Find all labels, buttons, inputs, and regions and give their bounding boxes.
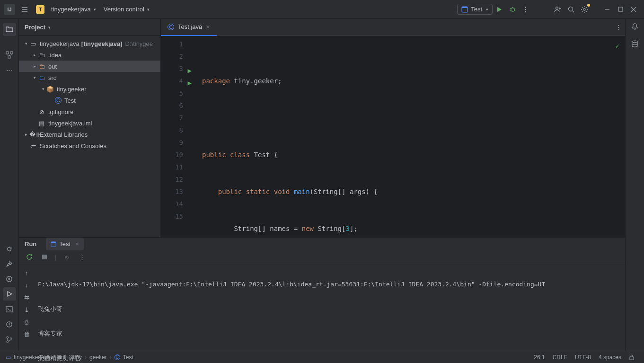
- editor-tab[interactable]: C Test.java ×: [161, 19, 217, 36]
- tree-root[interactable]: ▾ ▭ tinygeekerjava [tinygeekjava] D:\tin…: [19, 38, 160, 49]
- debug-tool-button[interactable]: [3, 242, 16, 255]
- ellipsis-icon: ⋯: [6, 67, 12, 74]
- stop-button[interactable]: [38, 250, 51, 264]
- kebab-icon: ⋮: [79, 254, 85, 261]
- run-tool-button[interactable]: [3, 287, 16, 301]
- breadcrumb-item[interactable]: geeker: [89, 354, 107, 361]
- services-tool-button[interactable]: [3, 272, 16, 285]
- project-tool-button[interactable]: [3, 23, 16, 36]
- close-window-button[interactable]: [627, 3, 640, 16]
- chevron-down-icon[interactable]: ▾: [48, 25, 51, 30]
- close-icon: [631, 7, 636, 12]
- more-actions-button[interactable]: [519, 3, 532, 16]
- caret-position[interactable]: 26:1: [530, 354, 548, 361]
- person-add-icon: [554, 6, 562, 13]
- vcs-menu[interactable]: Version control ▾: [100, 4, 153, 15]
- scroll-down-button[interactable]: ↓: [21, 279, 32, 291]
- console-line: 飞兔小哥: [38, 303, 621, 315]
- database-icon: [631, 40, 638, 47]
- console-line: 博客专家: [38, 328, 621, 340]
- titlebar: IJ T tinygeekerjava ▾ Version control ▾ …: [0, 0, 644, 19]
- problems-tool-button[interactable]: [3, 318, 16, 331]
- project-selector[interactable]: tinygeekerjava ▾: [47, 4, 100, 15]
- svg-rect-10: [6, 52, 9, 54]
- search-button[interactable]: [565, 3, 578, 16]
- readonly-toggle[interactable]: [625, 354, 638, 360]
- class-icon: C: [55, 97, 62, 104]
- minimize-button[interactable]: [600, 3, 614, 16]
- maximize-button[interactable]: [614, 3, 627, 16]
- breadcrumb-item[interactable]: Test: [123, 354, 133, 361]
- tree-item-external-libs[interactable]: ▸ �⊪ External Libraries: [19, 129, 160, 140]
- tree-item-class[interactable]: C Test: [19, 95, 160, 106]
- console-output[interactable]: F:\Java\jdk-17\bin\java.exe "-javaagent:…: [34, 264, 625, 363]
- ide-logo-icon: IJ: [4, 4, 15, 15]
- console-options-button[interactable]: ⋮: [75, 250, 88, 264]
- run-tab[interactable]: Test ×: [46, 238, 83, 250]
- code-editor[interactable]: 1 2 3▶ 4▶ 5 6 7 8 9 10 11 12 13 14: [161, 36, 625, 237]
- run-gutter-icon[interactable]: ▶: [188, 77, 192, 89]
- tab-options-button[interactable]: ⋮: [612, 21, 625, 34]
- tree-label: .idea: [48, 52, 62, 59]
- project-tree[interactable]: ▾ ▭ tinygeekerjava [tinygeekjava] D:\tin…: [19, 36, 160, 237]
- svg-point-5: [525, 10, 526, 11]
- breadcrumb-item[interactable]: tiny: [73, 354, 82, 361]
- chevron-down-icon: ▾: [23, 41, 29, 46]
- run-config-selector[interactable]: Test ▾: [457, 4, 493, 15]
- breadcrumb-item[interactable]: src: [58, 354, 65, 361]
- svg-point-2: [511, 8, 514, 12]
- run-gutter-icon[interactable]: ▶: [188, 64, 192, 77]
- library-icon: �⊪: [29, 131, 37, 138]
- line-number: 9: [161, 136, 183, 149]
- tree-label: .gitignore: [48, 108, 73, 115]
- structure-tool-button[interactable]: [3, 48, 16, 62]
- notifications-button[interactable]: [631, 23, 638, 30]
- git-tool-button[interactable]: [3, 333, 16, 346]
- rerun-button[interactable]: [23, 250, 36, 264]
- scroll-up-button[interactable]: ↑: [21, 267, 32, 278]
- breadcrumb-item[interactable]: tinygeekerjava: [14, 354, 50, 361]
- console-side-toolbar: ↑ ↓ ⇆ ⤓ ⎙ 🗑: [19, 264, 34, 363]
- build-tool-button[interactable]: [3, 257, 16, 270]
- code-content[interactable]: ✓ package tiny.geeker; public class Test…: [200, 36, 625, 237]
- left-tool-strip: ⋯: [0, 19, 19, 351]
- run-button[interactable]: [493, 3, 506, 16]
- indent-setting[interactable]: 4 spaces: [595, 354, 625, 361]
- warning-icon: [6, 321, 13, 328]
- exit-code-button[interactable]: ⎋: [60, 250, 73, 264]
- tree-item-package[interactable]: ▾ 📦 tiny.geeker: [19, 83, 160, 95]
- clear-button[interactable]: 🗑: [21, 328, 32, 340]
- print-button[interactable]: ⎙: [21, 316, 32, 328]
- svg-point-4: [525, 9, 526, 9]
- line-number: 3▶: [161, 62, 183, 75]
- project-panel-title: Project: [25, 24, 45, 31]
- svg-rect-1: [462, 7, 468, 8]
- tree-item-out[interactable]: ▸ 🗀 out: [19, 61, 160, 72]
- tree-item-idea[interactable]: ▸ 🗀 .idea: [19, 49, 160, 61]
- rerun-icon: [26, 254, 33, 260]
- project-name: tinygeekerjava: [51, 6, 91, 13]
- close-tab-button[interactable]: ×: [206, 23, 210, 31]
- main-menu-button[interactable]: [17, 3, 32, 16]
- module-icon: ▭: [29, 40, 37, 47]
- close-tab-button[interactable]: ×: [75, 240, 79, 248]
- file-encoding[interactable]: UTF-8: [571, 354, 595, 361]
- tree-item-gitignore[interactable]: ⊘ .gitignore: [19, 106, 160, 117]
- more-tools-button[interactable]: ⋯: [3, 63, 16, 77]
- project-sidebar: Project ▾ ▾ ▭ tinygeekerjava [tinygeekja…: [19, 19, 161, 237]
- tree-item-iml[interactable]: ▤ tinygeekjava.iml: [19, 117, 160, 129]
- svg-rect-25: [630, 357, 634, 360]
- debug-button[interactable]: [506, 3, 519, 16]
- breadcrumb[interactable]: ▭ tinygeekerjava› src› tiny› geeker› C T…: [6, 354, 133, 361]
- settings-button[interactable]: [578, 3, 591, 16]
- code-with-me-button[interactable]: [551, 3, 565, 16]
- tree-item-scratches[interactable]: ≔ Scratches and Consoles: [19, 140, 160, 151]
- svg-point-13: [8, 247, 11, 251]
- soft-wrap-button[interactable]: ⇆: [21, 292, 32, 303]
- terminal-tool-button[interactable]: [3, 302, 16, 316]
- database-tool-button[interactable]: [631, 40, 638, 47]
- scroll-to-end-button[interactable]: ⤓: [21, 304, 32, 315]
- line-separator[interactable]: CRLF: [549, 354, 571, 361]
- line-number: 7: [161, 112, 183, 124]
- tree-item-src[interactable]: ▾ 🗀 src: [19, 72, 160, 83]
